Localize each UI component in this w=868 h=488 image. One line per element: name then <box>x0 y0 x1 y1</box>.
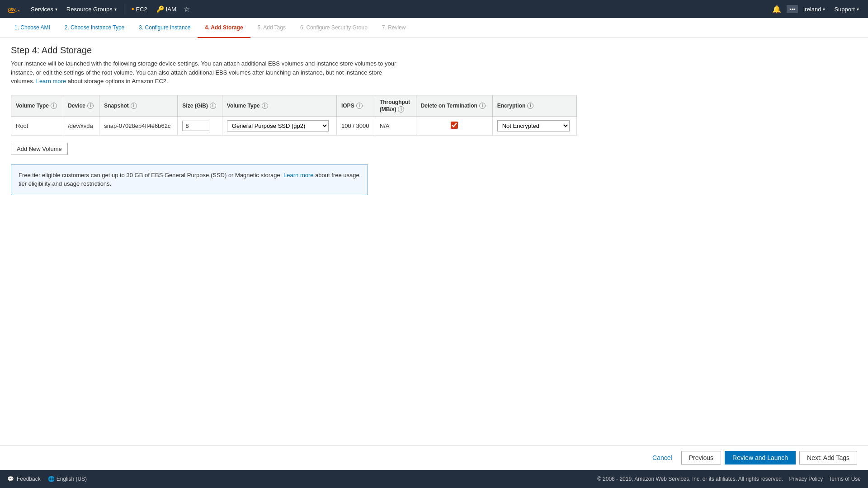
th-size: Size (GiB) i <box>178 95 222 116</box>
row-throughput: N/A <box>375 116 416 135</box>
support-button[interactable]: Support ▾ <box>830 0 863 18</box>
size-info-icon[interactable]: i <box>210 103 216 109</box>
row-volume-type: Root <box>11 116 63 135</box>
feedback-icon: 💬 <box>7 476 14 482</box>
feedback-button[interactable]: 💬 Feedback <box>7 476 41 482</box>
top-navigation: Services ▾ Resource Groups ▾ ▪ EC2 🔑 IAM… <box>0 0 868 18</box>
volume-type-col-info-icon[interactable]: i <box>262 103 268 109</box>
delete-on-termination-info-icon[interactable]: i <box>479 103 486 109</box>
next-button[interactable]: Next: Add Tags <box>799 451 857 465</box>
terms-of-use-link[interactable]: Terms of Use <box>829 476 861 482</box>
row-delete-on-termination[interactable] <box>416 116 492 135</box>
tab-security-group: 6. Configure Security Group <box>293 18 375 38</box>
row-iops: 100 / 3000 <box>336 116 375 135</box>
th-device: Device i <box>63 95 99 116</box>
tab-choose-instance[interactable]: 2. Choose Instance Type <box>57 18 132 38</box>
services-chevron-icon: ▾ <box>55 7 57 12</box>
tab-add-tags: 5. Add Tags <box>250 18 293 38</box>
notifications-button[interactable]: 🔔 <box>769 0 785 18</box>
cancel-button[interactable]: Cancel <box>647 451 678 465</box>
support-chevron-icon: ▾ <box>857 7 859 12</box>
th-delete-on-termination: Delete on Termination i <box>416 95 492 116</box>
page-title: Step 4: Add Storage <box>11 45 577 56</box>
globe-icon: 🌐 <box>48 476 55 482</box>
free-tier-learn-more-link[interactable]: Learn more <box>283 172 313 178</box>
learn-more-link[interactable]: Learn more <box>36 78 66 84</box>
language-selector[interactable]: 🌐 English (US) <box>48 476 87 482</box>
add-new-volume-button[interactable]: Add New Volume <box>11 143 68 155</box>
ec2-icon: ▪ <box>132 5 134 13</box>
iops-info-icon[interactable]: i <box>356 103 363 109</box>
bottom-bar: 💬 Feedback 🌐 English (US) © 2008 - 2019,… <box>0 470 868 488</box>
table-row: Root /dev/xvda snap-07028eb4ff4e6b62c Ge… <box>11 116 577 135</box>
copyright: © 2008 - 2019, Amazon Web Services, Inc.… <box>597 476 861 482</box>
row-volume-type-select[interactable]: General Purpose SSD (gp2) Provisioned IO… <box>222 116 336 135</box>
th-iops: IOPS i <box>336 95 375 116</box>
encryption-info-icon[interactable]: i <box>527 103 533 109</box>
row-size[interactable] <box>178 116 222 135</box>
th-snapshot: Snapshot i <box>99 95 178 116</box>
th-volume-type-col: Volume Type i <box>222 95 336 116</box>
encryption-dropdown[interactable]: Not Encrypted aws/ebs (Default) <box>497 120 570 131</box>
privacy-policy-link[interactable]: Privacy Policy <box>789 476 823 482</box>
tab-add-storage[interactable]: 4. Add Storage <box>198 18 250 38</box>
page-description: Your instance will be launched with the … <box>11 59 400 86</box>
volume-type-dropdown[interactable]: General Purpose SSD (gp2) Provisioned IO… <box>227 120 329 131</box>
ec2-nav-item[interactable]: ▪ EC2 <box>128 5 151 13</box>
free-tier-info-box: Free tier eligible customers can get up … <box>11 164 368 195</box>
device-info-icon[interactable]: i <box>87 103 94 109</box>
th-encryption: Encryption i <box>492 95 576 116</box>
tab-review: 7. Review <box>375 18 413 38</box>
iam-icon: 🔑 <box>156 5 164 13</box>
storage-table: Volume Type i Device i Snapshot i <box>11 95 577 136</box>
snapshot-info-icon[interactable]: i <box>131 103 137 109</box>
th-volume-type: Volume Type i <box>11 95 63 116</box>
services-button[interactable]: Services ▾ <box>27 0 61 18</box>
main-content: Step 4: Add Storage Your instance will b… <box>0 38 588 202</box>
nav-separator <box>124 4 124 14</box>
aws-logo[interactable] <box>5 4 22 14</box>
row-device: /dev/xvda <box>63 116 99 135</box>
footer-buttons: Cancel Previous Review and Launch Next: … <box>0 445 868 470</box>
region-button[interactable]: Ireland ▾ <box>800 0 829 18</box>
delete-on-termination-checkbox[interactable] <box>451 122 458 129</box>
resource-groups-button[interactable]: Resource Groups ▾ <box>63 0 120 18</box>
nav-right: 🔔 ▪▪▪ Ireland ▾ Support ▾ <box>769 0 863 18</box>
tab-choose-ami[interactable]: 1. Choose AMI <box>7 18 57 38</box>
resource-groups-chevron-icon: ▾ <box>114 7 117 12</box>
th-throughput: Throughput (MB/s) i <box>375 95 416 116</box>
review-and-launch-button[interactable]: Review and Launch <box>725 451 796 465</box>
previous-button[interactable]: Previous <box>681 451 721 465</box>
tab-configure-instance[interactable]: 3. Configure Instance <box>132 18 198 38</box>
user-badge[interactable]: ▪▪▪ <box>787 5 798 13</box>
row-encryption[interactable]: Not Encrypted aws/ebs (Default) <box>492 116 576 135</box>
volume-type-info-icon[interactable]: i <box>51 103 57 109</box>
favorites-button[interactable]: ☆ <box>182 5 192 14</box>
iam-nav-item[interactable]: 🔑 IAM <box>153 5 180 13</box>
throughput-info-icon[interactable]: i <box>398 106 404 113</box>
wizard-tabs: 1. Choose AMI 2. Choose Instance Type 3.… <box>0 18 868 38</box>
size-input[interactable] <box>182 121 209 131</box>
row-snapshot: snap-07028eb4ff4e6b62c <box>99 116 178 135</box>
region-chevron-icon: ▾ <box>823 7 825 12</box>
